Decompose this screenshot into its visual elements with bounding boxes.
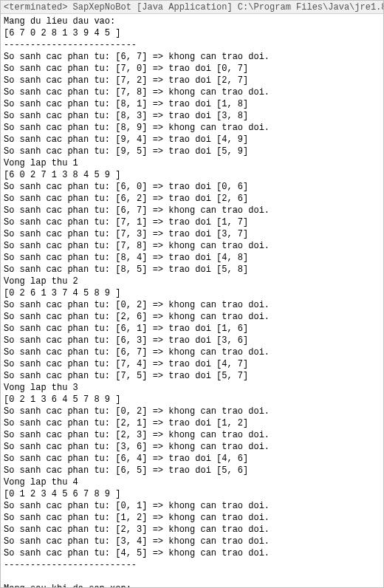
console-line: So sanh cac phan tu: [6, 1] => trao doi … xyxy=(4,323,380,335)
console-line: So sanh cac phan tu: [7, 8] => khong can… xyxy=(4,86,380,98)
console-line: So sanh cac phan tu: [8, 1] => trao doi … xyxy=(4,98,380,110)
console-output: Mang du lieu dau vao:[6 7 0 2 8 1 3 9 4 … xyxy=(1,14,383,588)
console-line: So sanh cac phan tu: [1, 2] => khong can… xyxy=(4,512,380,524)
console-title: <terminated> SapXepNoBot [Java Applicati… xyxy=(4,1,383,13)
console-line: So sanh cac phan tu: [6, 7] => khong can… xyxy=(4,346,380,358)
console-line: So sanh cac phan tu: [3, 6] => khong can… xyxy=(4,441,380,453)
console-line: So sanh cac phan tu: [6, 2] => trao doi … xyxy=(4,193,380,205)
console-line: [6 0 2 7 1 3 8 4 5 9 ] xyxy=(4,169,380,181)
console-line: Vong lap thu 3 xyxy=(4,382,380,394)
console-line: So sanh cac phan tu: [0, 1] => khong can… xyxy=(4,500,380,512)
console-line: So sanh cac phan tu: [9, 5] => trao doi … xyxy=(4,146,380,157)
console-line: ------------------------- xyxy=(4,559,380,571)
console-line: So sanh cac phan tu: [7, 0] => trao doi … xyxy=(4,63,380,75)
console-line: Mang sau khi da sap xep: xyxy=(4,583,380,588)
console-line: So sanh cac phan tu: [6, 3] => trao doi … xyxy=(4,335,380,346)
console-line: So sanh cac phan tu: [7, 4] => trao doi … xyxy=(4,358,380,370)
console-line: So sanh cac phan tu: [6, 7] => khong can… xyxy=(4,205,380,216)
console-line: So sanh cac phan tu: [8, 9] => khong can… xyxy=(4,122,380,134)
console-line: So sanh cac phan tu: [6, 7] => khong can… xyxy=(4,51,380,63)
console-line: [0 2 1 3 6 4 5 7 8 9 ] xyxy=(4,394,380,406)
console-line: So sanh cac phan tu: [8, 4] => trao doi … xyxy=(4,252,380,264)
console-line: So sanh cac phan tu: [7, 2] => trao doi … xyxy=(4,75,380,86)
console-line: So sanh cac phan tu: [2, 1] => trao doi … xyxy=(4,417,380,429)
console-line: So sanh cac phan tu: [9, 4] => trao doi … xyxy=(4,134,380,146)
console-line xyxy=(4,571,380,583)
console-line: So sanh cac phan tu: [0, 2] => khong can… xyxy=(4,299,380,311)
console-line: So sanh cac phan tu: [2, 3] => khong can… xyxy=(4,524,380,536)
console-line: [0 1 2 3 4 5 6 7 8 9 ] xyxy=(4,488,380,500)
console-line: So sanh cac phan tu: [6, 5] => trao doi … xyxy=(4,465,380,476)
console-line: So sanh cac phan tu: [7, 8] => khong can… xyxy=(4,240,380,252)
console-line: [0 2 6 1 3 7 4 5 8 9 ] xyxy=(4,287,380,299)
console-line: So sanh cac phan tu: [2, 6] => khong can… xyxy=(4,311,380,323)
console-line: So sanh cac phan tu: [0, 2] => khong can… xyxy=(4,406,380,417)
console-line: Vong lap thu 1 xyxy=(4,157,380,169)
console-line: So sanh cac phan tu: [6, 0] => trao doi … xyxy=(4,181,380,193)
console-line: So sanh cac phan tu: [4, 5] => khong can… xyxy=(4,547,380,559)
console-line: So sanh cac phan tu: [7, 5] => trao doi … xyxy=(4,370,380,382)
console-line: ------------------------- xyxy=(4,39,380,51)
console-line: Vong lap thu 4 xyxy=(4,476,380,488)
console-line: Mang du lieu dau vao: xyxy=(4,16,380,27)
console-line: So sanh cac phan tu: [8, 3] => trao doi … xyxy=(4,110,380,122)
console-line: So sanh cac phan tu: [7, 3] => trao doi … xyxy=(4,228,380,240)
console-line: So sanh cac phan tu: [7, 1] => trao doi … xyxy=(4,216,380,228)
console-line: So sanh cac phan tu: [3, 4] => khong can… xyxy=(4,536,380,547)
console-line: [6 7 0 2 8 1 3 9 4 5 ] xyxy=(4,27,380,39)
console-line: Vong lap thu 2 xyxy=(4,276,380,287)
console-line: So sanh cac phan tu: [6, 4] => trao doi … xyxy=(4,453,380,465)
console-titlebar: <terminated> SapXepNoBot [Java Applicati… xyxy=(1,1,383,14)
console-line: So sanh cac phan tu: [8, 5] => trao doi … xyxy=(4,264,380,276)
console-line: So sanh cac phan tu: [2, 3] => khong can… xyxy=(4,429,380,441)
